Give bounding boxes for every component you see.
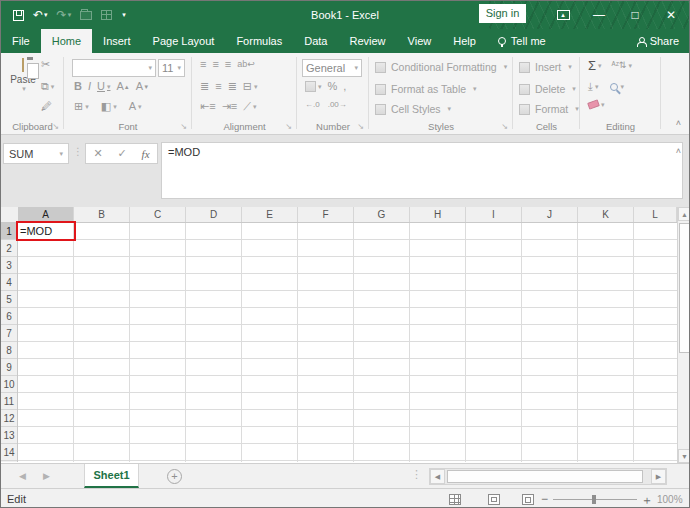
number-dialog-launcher-icon[interactable]: ↘ [357, 122, 364, 131]
enter-icon[interactable]: ✓ [118, 147, 127, 160]
row-header-6[interactable]: 6 [1, 308, 17, 325]
tab-home[interactable]: Home [41, 29, 92, 53]
row-header-5[interactable]: 5 [1, 291, 17, 308]
sign-in-button[interactable]: Sign in [479, 4, 526, 23]
cell-styles-button[interactable]: Cell Styles▾ [375, 103, 451, 115]
bold-button[interactable]: B [74, 81, 82, 92]
find-select-icon[interactable]: ▾ [610, 83, 624, 91]
column-header-F[interactable]: F [298, 207, 354, 222]
row-header-7[interactable]: 7 [1, 325, 17, 342]
collapse-formula-bar-icon[interactable]: ˄ [676, 146, 681, 156]
increase-font-icon[interactable]: A▲ [116, 81, 129, 92]
borders-icon[interactable]: ⊞▾ [74, 101, 89, 112]
undo-icon[interactable]: ↶▾ [33, 8, 48, 22]
row-header-12[interactable]: 12 [1, 410, 17, 427]
column-header-K[interactable]: K [578, 207, 634, 222]
customize-quick-access-icon[interactable]: ▾ [121, 11, 126, 19]
tab-bar-splitter[interactable]: ⋮ [411, 468, 422, 481]
page-layout-view-icon[interactable] [488, 494, 500, 505]
row-header-1[interactable]: 1 [1, 223, 17, 240]
column-header-A[interactable]: A [18, 207, 74, 222]
column-header-H[interactable]: H [410, 207, 466, 222]
row-header-14[interactable]: 14 [1, 444, 17, 461]
font-name-combo[interactable]: ▾ [72, 59, 156, 77]
align-top-icon[interactable]: ≡ [200, 59, 206, 70]
tab-view[interactable]: View [397, 29, 443, 53]
zoom-slider-thumb[interactable] [592, 495, 596, 504]
tab-page-layout[interactable]: Page Layout [142, 29, 226, 53]
scroll-up-icon[interactable]: ▲ [678, 207, 690, 221]
name-box-dropdown-icon[interactable]: ▾ [59, 150, 63, 158]
decrease-indent-icon[interactable]: ⇤≡ [200, 101, 216, 112]
cut-icon[interactable]: ✂ [41, 59, 50, 70]
format-painter-icon[interactable]: 🖉 [41, 101, 52, 112]
table-icon[interactable] [101, 10, 112, 20]
row-header-13[interactable]: 13 [1, 427, 17, 444]
sheet-tab-sheet1[interactable]: Sheet1 [84, 464, 139, 488]
format-as-table-button[interactable]: Format as Table▾ [375, 83, 477, 95]
zoom-out-icon[interactable]: − [541, 492, 548, 506]
insert-function-icon[interactable]: fx [142, 148, 150, 160]
next-sheet-icon[interactable]: ▶ [43, 471, 50, 481]
underline-button[interactable]: U▾ [97, 81, 110, 92]
fill-icon[interactable]: ⤓▾ [588, 81, 598, 92]
align-center-icon[interactable]: ≡ [215, 81, 221, 92]
normal-view-icon[interactable] [449, 494, 461, 505]
decrease-decimal-icon[interactable]: .00→ [328, 101, 347, 109]
column-header-E[interactable]: E [242, 207, 298, 222]
row-header-8[interactable]: 8 [1, 342, 17, 359]
scroll-down-icon[interactable]: ▼ [678, 449, 690, 463]
paste-button[interactable]: Paste▾ [7, 59, 39, 125]
close-icon[interactable]: ✕ [653, 1, 689, 29]
copy-icon[interactable]: ⧉▾ [41, 81, 54, 92]
tab-help[interactable]: Help [442, 29, 487, 53]
format-cells-button[interactable]: Format▾ [519, 103, 579, 115]
horizontal-scrollbar[interactable]: ◀ ▶ [429, 468, 667, 485]
italic-button[interactable]: I [88, 81, 91, 92]
share-button[interactable]: Share [637, 29, 679, 53]
align-left-icon[interactable]: ≣ [200, 81, 209, 92]
tab-file[interactable]: File [1, 29, 41, 53]
column-header-G[interactable]: G [354, 207, 410, 222]
maximize-icon[interactable]: □ [617, 1, 653, 29]
autosum-icon[interactable]: Σ▾ [588, 59, 602, 72]
accounting-format-icon[interactable]: ▾ [305, 81, 322, 92]
zoom-level[interactable]: 100% [657, 494, 683, 505]
page-break-preview-icon[interactable] [522, 494, 534, 505]
row-header-11[interactable]: 11 [1, 393, 17, 410]
align-middle-icon[interactable]: ≡ [212, 59, 218, 70]
ribbon-display-options-icon[interactable]: ▴ [545, 1, 581, 29]
tab-formulas[interactable]: Formulas [225, 29, 293, 53]
collapse-ribbon-icon[interactable]: ˄ [676, 118, 681, 128]
tab-data[interactable]: Data [293, 29, 338, 53]
column-header-B[interactable]: B [74, 207, 130, 222]
alignment-dialog-launcher-icon[interactable]: ↘ [285, 122, 292, 131]
clear-icon[interactable]: ▾ [588, 101, 605, 108]
scroll-right-icon[interactable]: ▶ [651, 469, 666, 484]
column-header-L[interactable]: L [634, 207, 677, 222]
decrease-font-icon[interactable]: A▼ [136, 81, 149, 92]
font-color-icon[interactable]: A▾ [129, 101, 142, 112]
align-right-icon[interactable]: ≣ [228, 81, 237, 92]
new-sheet-icon[interactable]: + [167, 469, 182, 484]
clipboard-dialog-launcher-icon[interactable]: ↘ [52, 122, 59, 131]
conditional-formatting-button[interactable]: Conditional Formatting▾ [375, 61, 507, 73]
font-size-combo[interactable]: 11▾ [158, 59, 185, 77]
cell-grid[interactable] [18, 223, 677, 462]
wrap-text-icon[interactable]: ab↩ [237, 60, 255, 69]
row-header-9[interactable]: 9 [1, 359, 17, 376]
delete-cells-button[interactable]: Delete▾ [519, 83, 576, 95]
increase-indent-icon[interactable]: ⇥≡ [222, 101, 238, 112]
name-box[interactable]: SUM ▾ [3, 143, 69, 164]
save-icon[interactable] [13, 10, 24, 21]
formula-input[interactable]: =MOD [161, 142, 683, 199]
row-header-2[interactable]: 2 [1, 240, 17, 257]
percent-style-icon[interactable]: % [328, 81, 338, 92]
scroll-left-icon[interactable]: ◀ [430, 469, 445, 484]
column-header-C[interactable]: C [130, 207, 186, 222]
minimize-icon[interactable]: — [581, 1, 617, 29]
column-header-I[interactable]: I [466, 207, 522, 222]
row-header-3[interactable]: 3 [1, 257, 17, 274]
align-bottom-icon[interactable]: ≡ [225, 59, 231, 70]
row-header-4[interactable]: 4 [1, 274, 17, 291]
